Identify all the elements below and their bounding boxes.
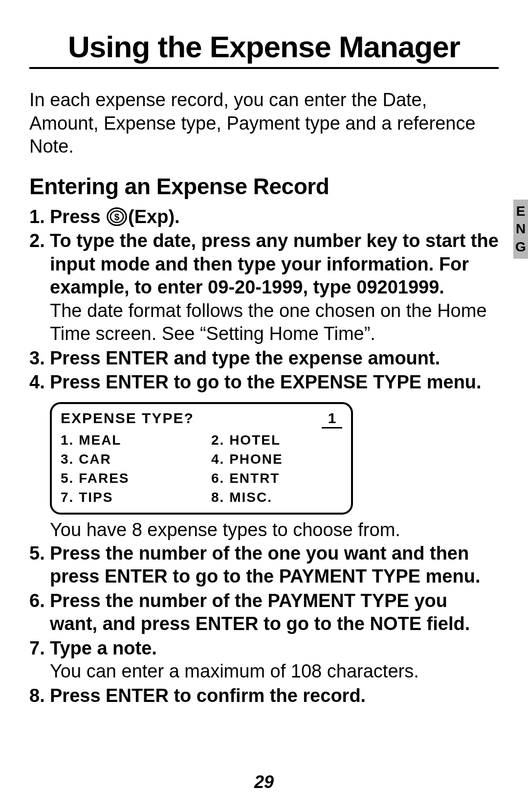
step-normal-text: You can enter a maximum of 108 character… [50,661,419,681]
lcd-options: 1. MEAL 2. HOTEL 3. CAR 4. PHONE 5. FARE… [61,431,342,506]
lcd-item: 1. MEAL [61,431,192,449]
language-tab: E N G [513,200,528,259]
step-number: 3. [29,347,50,370]
step-bold-text: Press ENTER and type the expense amount. [50,347,499,370]
page-title: Using the Expense Manager [29,29,499,69]
step-bold-text: To type the date, press any number key t… [50,230,499,297]
section-heading: Entering an Expense Record [29,173,499,200]
lang-letter: E [513,203,528,220]
step-1: 1. Press $(Exp). [29,205,499,229]
step-number: 5. [29,542,50,588]
step-number: 8. [29,684,50,708]
step-text-post: (Exp). [128,206,180,227]
step-number: 1. [29,205,50,229]
svg-text:$: $ [114,212,120,222]
lcd-title: EXPENSE TYPE? [61,409,194,429]
manual-page: Using the Expense Manager In each expens… [0,0,528,812]
lcd-item: 3. CAR [61,451,192,468]
step-number: 4. [29,371,50,394]
step-3: 3. Press ENTER and type the expense amou… [29,347,499,370]
lcd-item: 7. TIPS [61,489,192,506]
lcd-item: 2. HOTEL [211,431,342,449]
step-4: 4. Press ENTER to go to the EXPENSE TYPE… [29,371,499,394]
lcd-slot-value: 1 [322,409,342,429]
steps-list: 1. Press $(Exp). 2. To type the date, pr… [29,205,499,708]
intro-paragraph: In each expense record, you can enter th… [29,89,499,158]
step-7: 7. Type a note. You can enter a maximum … [29,637,499,683]
step-bold-text: Type a note. [50,638,157,658]
step-body: Type a note. You can enter a maximum of … [50,637,499,683]
lcd-item: 5. FARES [61,470,192,487]
step-number: 7. [29,637,50,683]
step-number: 2. [29,229,50,346]
step-6: 6. Press the number of the PAYMENT TYPE … [29,589,499,636]
step-bold-text: Press the number of the PAYMENT TYPE you… [50,589,499,636]
lcd-item: 6. ENTRT [211,470,342,487]
dollar-icon: $ [107,206,127,227]
step-bold-text: Press the number of the one you want and… [50,542,499,588]
lcd-header: EXPENSE TYPE? 1 [61,409,342,429]
lcd-screen: EXPENSE TYPE? 1 1. MEAL 2. HOTEL 3. CAR … [50,402,353,515]
step-number: 6. [29,589,50,636]
lang-letter: G [513,238,528,256]
step-8: 8. Press ENTER to confirm the record. [29,684,499,708]
step-4-note: You have 8 expense types to choose from. [50,519,499,542]
step-5: 5. Press the number of the one you want … [29,542,499,588]
step-bold-text: Press ENTER to go to the EXPENSE TYPE me… [50,371,499,394]
step-body: To type the date, press any number key t… [50,229,499,346]
lcd-item: 4. PHONE [211,451,342,468]
lang-letter: N [513,220,528,238]
step-body: Press $(Exp). [50,205,499,229]
step-bold-text: Press ENTER to confirm the record. [50,684,499,708]
step-text-pre: Press [50,206,106,227]
page-number: 29 [0,772,528,792]
step-2: 2. To type the date, press any number ke… [29,229,499,346]
lcd-item: 8. MISC. [211,489,342,506]
step-normal-text: The date format follows the one chosen o… [50,300,487,344]
